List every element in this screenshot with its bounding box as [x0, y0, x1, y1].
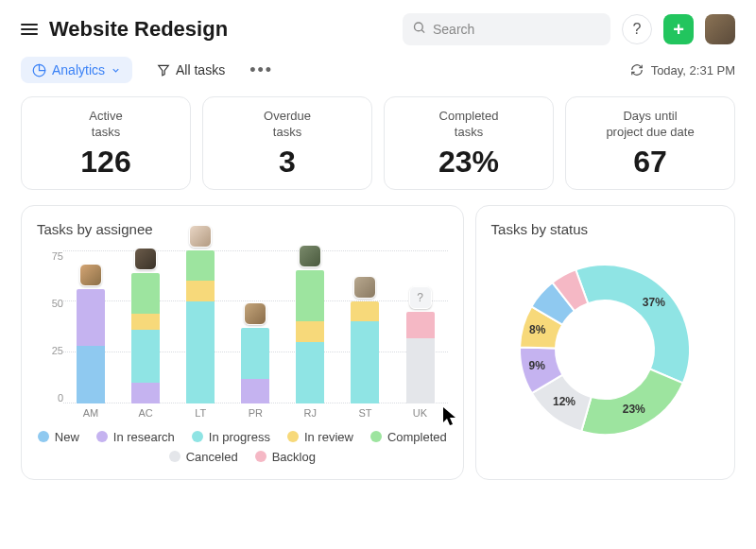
assignee-avatar[interactable] — [299, 245, 321, 267]
analytics-icon — [32, 63, 46, 77]
more-menu[interactable]: ••• — [249, 60, 273, 80]
search-field[interactable] — [403, 13, 610, 45]
toolbar: Analytics All tasks ••• Today, 2:31 PM — [21, 57, 735, 83]
legend-label: New — [55, 430, 79, 444]
bar-segment-in_progress — [351, 321, 379, 403]
assignee-avatar[interactable] — [134, 248, 157, 270]
analytics-label: Analytics — [52, 62, 105, 77]
kpi-label: Overdue tasks — [213, 109, 362, 141]
menu-icon[interactable] — [21, 24, 38, 35]
filter-icon — [157, 63, 170, 77]
bar-segment-in_progress — [241, 328, 269, 379]
bar-segment-in_progress — [131, 330, 160, 383]
card-title: Tasks by status — [491, 221, 719, 237]
legend-label: In review — [304, 430, 353, 444]
x-label: LT — [195, 407, 206, 420]
bar-segment-canceled — [406, 338, 435, 403]
bar-segment-in_progress — [186, 301, 215, 403]
donut-label-in_review: 8% — [529, 323, 545, 336]
legend-item-backlog[interactable]: Backlog — [255, 450, 316, 464]
kpi-value: 23% — [394, 145, 543, 180]
kpi-label: Days until project due date — [576, 109, 725, 141]
user-avatar[interactable] — [705, 14, 735, 44]
kpi-overdue-tasks: Overdue tasks 3 — [202, 96, 372, 190]
donut-label-in_progress: 37% — [643, 296, 665, 309]
swatch-icon — [287, 431, 299, 442]
help-icon: ? — [633, 21, 642, 38]
bar-col-UK: ?UK — [398, 286, 443, 420]
help-button[interactable]: ? — [622, 14, 652, 44]
assignee-avatar[interactable] — [353, 276, 376, 299]
bar-segment-backlog — [406, 312, 435, 338]
legend-label: In progress — [209, 430, 270, 444]
bar-col-AM: AM — [68, 264, 113, 420]
legend-item-canceled[interactable]: Canceled — [169, 450, 238, 464]
bar-segment-in_review — [131, 314, 160, 330]
kpi-value: 3 — [213, 145, 362, 180]
y-tick: 25 — [52, 345, 63, 356]
legend-label: Backlog — [272, 450, 316, 464]
bar-segment-in_research — [77, 289, 105, 346]
legend-item-completed[interactable]: Completed — [370, 430, 447, 444]
bar-col-RJ: RJ — [287, 245, 333, 420]
x-label: AM — [83, 407, 99, 420]
kpi-label: Completed tasks — [394, 109, 543, 141]
refresh-time-text: Today, 2:31 PM — [651, 63, 735, 77]
swatch-icon — [192, 431, 203, 442]
bar-segment-completed — [186, 250, 215, 281]
kpi-days-until-due: Days until project due date 67 — [565, 96, 735, 190]
legend-item-in_research[interactable]: In research — [96, 430, 175, 444]
legend-item-new[interactable]: New — [38, 430, 79, 444]
tasks-by-status-card: Tasks by status 37%23%12%9%8% — [475, 205, 735, 480]
search-icon — [412, 21, 426, 39]
legend: NewIn researchIn progressIn reviewComple… — [37, 430, 448, 464]
legend-item-in_progress[interactable]: In progress — [192, 430, 270, 444]
bar-segment-in_research — [241, 379, 269, 403]
assignee-avatar[interactable] — [189, 225, 212, 248]
svg-marker-2 — [159, 65, 169, 76]
x-label: ST — [358, 407, 371, 420]
x-label: UK — [413, 407, 427, 420]
legend-label: Completed — [387, 430, 447, 444]
add-button[interactable]: + — [663, 14, 694, 44]
svg-point-0 — [415, 23, 423, 31]
swatch-icon — [169, 451, 180, 462]
swatch-icon — [38, 431, 49, 442]
search-input[interactable] — [403, 13, 610, 45]
donut-chart: 37%23%12%9%8% — [506, 250, 704, 449]
page-title: Website Redesign — [49, 17, 228, 42]
y-tick: 75 — [52, 250, 63, 262]
refresh-icon — [630, 63, 644, 77]
plot-area: AMACLTPRRJST?UK — [63, 250, 448, 420]
y-tick: 50 — [52, 298, 63, 309]
donut-label-canceled: 12% — [553, 395, 576, 408]
analytics-dropdown[interactable]: Analytics — [21, 57, 132, 83]
bar-col-LT: LT — [178, 225, 223, 420]
donut-label-completed: 23% — [623, 403, 645, 416]
charts-row: Tasks by assignee 75 50 25 0 AMACLTPRRJS… — [21, 205, 735, 480]
all-tasks-label: All tasks — [176, 62, 225, 77]
cursor-icon — [442, 406, 459, 427]
bar-segment-new — [77, 346, 105, 403]
all-tasks-filter[interactable]: All tasks — [146, 57, 236, 83]
bar-segment-completed — [131, 273, 160, 314]
x-label: PR — [249, 407, 263, 420]
bar-col-PR: PR — [232, 302, 278, 420]
chevron-down-icon — [111, 65, 121, 76]
bar-segment-in_research — [131, 383, 160, 403]
x-label: AC — [138, 407, 152, 420]
assignee-avatar[interactable] — [244, 302, 266, 325]
donut-slice-in_progress — [576, 265, 690, 383]
assignee-avatar[interactable] — [79, 264, 102, 286]
swatch-icon — [255, 451, 266, 462]
bar-segment-completed — [296, 270, 324, 321]
kpi-active-tasks: Active tasks 126 — [21, 96, 191, 190]
y-axis: 75 50 25 0 — [37, 250, 63, 420]
kpi-value: 67 — [576, 145, 725, 180]
card-title: Tasks by assignee — [37, 221, 448, 237]
last-refresh[interactable]: Today, 2:31 PM — [630, 63, 735, 77]
x-label: RJ — [304, 407, 317, 420]
legend-item-in_review[interactable]: In review — [287, 430, 353, 444]
assignee-avatar[interactable]: ? — [409, 286, 432, 309]
bar-col-AC: AC — [123, 248, 168, 420]
